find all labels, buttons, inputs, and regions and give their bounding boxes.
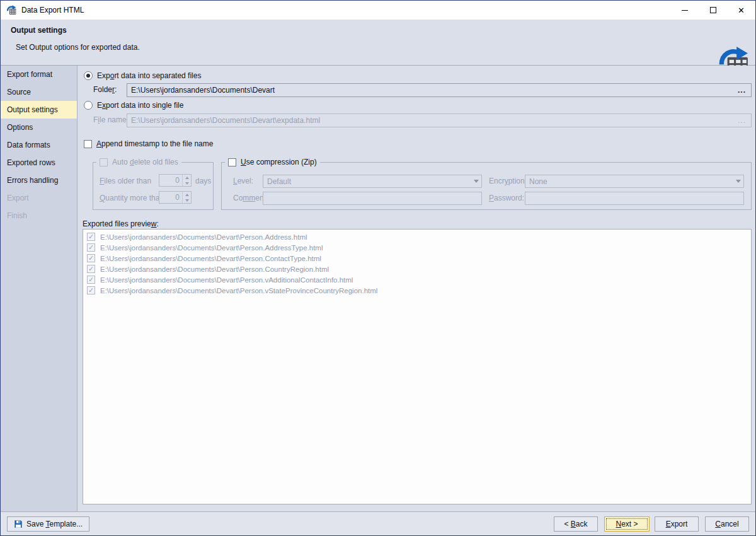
list-item: E:\Users\jordansanders\Documents\Devart\…: [83, 242, 751, 253]
sidebar-item-export: Export: [1, 189, 77, 207]
spin-up-icon: [183, 175, 191, 180]
list-item: E:\Users\jordansanders\Documents\Devart\…: [83, 264, 751, 274]
password-label: Password:: [489, 194, 524, 202]
save-floppy-icon: [14, 520, 23, 528]
folder-label: Folder:: [93, 85, 117, 94]
checkbox-unchecked-icon: [84, 140, 92, 148]
checked-checkbox-icon: [87, 276, 95, 284]
radio-selected-icon: [84, 71, 93, 80]
auto-delete-group: Auto delete old files Files older than 0…: [93, 162, 214, 210]
page-title: Output settings: [11, 26, 67, 35]
file-path: E:\Users\jordansanders\Documents\Devart\…: [100, 255, 321, 262]
close-icon: ✕: [738, 6, 745, 15]
save-template-button[interactable]: Save Template...: [7, 516, 89, 532]
file-name-value: E:\Users\jordansanders\Documents\Devart\…: [131, 116, 735, 125]
file-name-browse-button: ...: [735, 117, 748, 124]
comment-input: [263, 192, 482, 205]
minimize-button[interactable]: [670, 1, 699, 20]
sidebar-item-source[interactable]: Source: [1, 83, 77, 101]
file-path: E:\Users\jordansanders\Documents\Devart\…: [100, 244, 323, 252]
file-name-label: File name:: [93, 115, 129, 124]
file-path: E:\Users\jordansanders\Documents\Devart\…: [100, 265, 329, 273]
next-button[interactable]: Next >: [604, 516, 650, 532]
days-label: days: [195, 177, 211, 185]
window-title: Data Export HTML: [21, 6, 84, 15]
auto-delete-checkbox-row: Auto delete old files: [96, 158, 181, 166]
use-compression-label: Use compression (Zip): [241, 158, 317, 166]
radio-export-single-file[interactable]: Export data into single file: [84, 101, 183, 110]
spin-up-icon: [183, 192, 191, 197]
chevron-down-icon: [474, 180, 479, 183]
checked-checkbox-icon: [87, 254, 95, 262]
exported-files-list[interactable]: E:\Users\jordansanders\Documents\Devart\…: [83, 229, 752, 504]
list-item: E:\Users\jordansanders\Documents\Devart\…: [83, 231, 751, 242]
quantity-label: Quantity more than: [100, 194, 164, 202]
wizard-header: Output settings Set Output options for e…: [1, 20, 755, 66]
output-settings-panel: Export data into separated files Folder:…: [77, 66, 755, 511]
file-path: E:\Users\jordansanders\Documents\Devart\…: [100, 287, 377, 294]
checkbox-unchecked-icon: [228, 158, 236, 166]
file-path: E:\Users\jordansanders\Documents\Devart\…: [100, 233, 307, 241]
radio-separated-label: Export data into separated files: [97, 71, 201, 80]
footer-bar: Save Template... < Back Next > Export Ca…: [1, 511, 755, 535]
checked-checkbox-icon: [87, 265, 95, 273]
level-value: Default: [267, 177, 471, 186]
cancel-button[interactable]: Cancel: [705, 516, 749, 532]
spin-down-icon: [183, 180, 191, 186]
radio-export-separated-files[interactable]: Export data into separated files: [84, 71, 201, 80]
page-subtitle: Set Output options for exported data.: [16, 43, 140, 52]
files-older-value: 0: [159, 175, 182, 186]
checkbox-disabled-icon: [100, 158, 108, 166]
data-export-window: Data Export HTML ✕ Output settings Set O…: [0, 0, 756, 536]
sidebar-item-export-format[interactable]: Export format: [1, 66, 77, 83]
save-template-label: Save Template...: [26, 520, 83, 528]
maximize-icon: [710, 7, 716, 13]
quantity-spinner: 0: [159, 191, 192, 204]
list-item: E:\Users\jordansanders\Documents\Devart\…: [83, 285, 751, 296]
folder-value: E:\Users\jordansanders\Documents\Devart: [131, 86, 735, 95]
list-item: E:\Users\jordansanders\Documents\Devart\…: [83, 274, 751, 285]
encryption-dropdown: None: [525, 175, 744, 188]
chevron-down-icon: [736, 180, 741, 183]
folder-input[interactable]: E:\Users\jordansanders\Documents\Devart …: [127, 83, 752, 97]
back-button[interactable]: < Back: [554, 516, 598, 532]
files-older-label: Files older than: [100, 177, 151, 185]
radio-single-label: Export data into single file: [97, 101, 183, 110]
compression-group: Use compression (Zip) Level: Default Enc…: [221, 162, 752, 210]
sidebar-item-errors-handling[interactable]: Errors handling: [1, 172, 77, 189]
file-name-input: E:\Users\jordansanders\Documents\Devart\…: [127, 114, 752, 127]
minimize-icon: [682, 10, 688, 11]
checked-checkbox-icon: [87, 286, 95, 294]
wizard-steps-sidebar: Export format Source Output settings Opt…: [1, 66, 77, 511]
quantity-value: 0: [159, 192, 182, 203]
use-compression-checkbox-row[interactable]: Use compression (Zip): [225, 158, 320, 166]
checked-checkbox-icon: [87, 233, 95, 241]
radio-unselected-icon: [84, 101, 93, 110]
sidebar-item-finish: Finish: [1, 207, 77, 224]
sidebar-item-output-settings[interactable]: Output settings: [1, 101, 77, 119]
auto-delete-label: Auto delete old files: [112, 158, 178, 166]
level-dropdown: Default: [263, 175, 482, 188]
sidebar-item-options[interactable]: Options: [1, 119, 77, 136]
file-path: E:\Users\jordansanders\Documents\Devart\…: [100, 276, 353, 284]
append-timestamp-checkbox-row[interactable]: Append timestamp to the file name: [84, 139, 213, 148]
titlebar: Data Export HTML ✕: [1, 1, 755, 20]
list-item: E:\Users\jordansanders\Documents\Devart\…: [83, 253, 751, 264]
encryption-value: None: [529, 177, 733, 186]
level-label: Level:: [233, 177, 253, 185]
files-older-spinner: 0: [159, 174, 192, 187]
close-button[interactable]: ✕: [727, 1, 755, 20]
folder-browse-button[interactable]: ...: [735, 87, 748, 93]
encryption-label: Encryption:: [489, 177, 527, 185]
checked-checkbox-icon: [87, 243, 95, 252]
exported-files-preview-label: Exported files preview:: [83, 219, 159, 228]
export-button[interactable]: Export: [655, 516, 699, 532]
append-timestamp-label: Append timestamp to the file name: [96, 139, 213, 148]
maximize-button[interactable]: [699, 1, 727, 20]
sidebar-item-exported-rows[interactable]: Exported rows: [1, 154, 77, 172]
sidebar-item-data-formats[interactable]: Data formats: [1, 136, 77, 154]
app-table-export-icon: [6, 5, 16, 15]
password-input: [525, 192, 744, 205]
spin-down-icon: [183, 197, 191, 203]
